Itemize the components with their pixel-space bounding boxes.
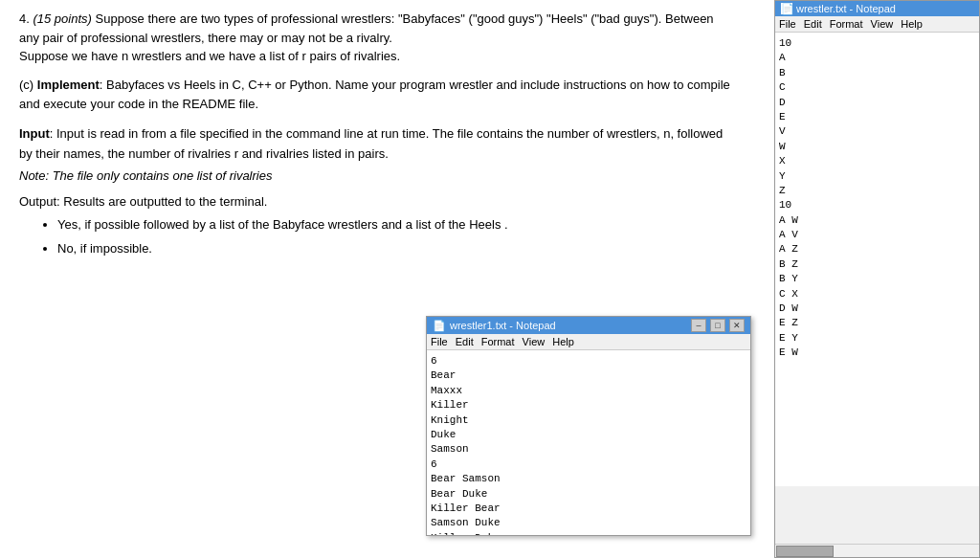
maximize-button[interactable]: □ [710, 319, 725, 332]
input-section: Input: Input is read in from a file spec… [19, 124, 737, 165]
notepad-main-content[interactable]: 10 A B C D E V W X Y Z 10 A W A V A Z B … [775, 33, 979, 486]
notepad-float-content[interactable]: 6 Bear Maxxx Killer Knight Duke Samson 6… [427, 350, 750, 535]
notepad-main-menu-edit[interactable]: Edit [804, 18, 822, 30]
bullet-list: Yes, if possible followed by a list of t… [57, 215, 737, 259]
notepad-main-window: 📄 wrestler.txt - Notepad File Edit Forma… [774, 0, 980, 558]
notepad-float-titlebar: 📄 wrestler1.txt - Notepad – □ ✕ [427, 317, 750, 334]
main-content: 4. (15 points) Suppose there are two typ… [0, 0, 756, 273]
notepad-main-titlebar: 📄 wrestler.txt - Notepad [775, 1, 979, 16]
question-header: 4. (15 points) Suppose there are two typ… [19, 10, 737, 66]
window-controls[interactable]: – □ ✕ [691, 319, 745, 332]
question-number: 4. [19, 11, 30, 26]
notepad-float-menubar[interactable]: File Edit Format View Help [427, 334, 750, 350]
question-text-part1: Suppose there are two types of professio… [96, 11, 544, 26]
notepad-float-menu-edit[interactable]: Edit [456, 336, 474, 347]
notepad-main-menu-format[interactable]: Format [830, 18, 863, 30]
output-text: Results are outputted to the terminal. [60, 194, 268, 209]
input-text: : Input is read in from a file specified… [19, 126, 723, 161]
notepad-float-menu-format[interactable]: Format [481, 336, 515, 347]
notepad-main-menubar[interactable]: File Edit Format View Help [775, 16, 979, 33]
output-label: Output: [19, 194, 60, 209]
input-label: Input [19, 126, 50, 141]
notepad-main-menu-view[interactable]: View [871, 18, 894, 30]
bullet-item-2: No, if impossible. [57, 239, 737, 259]
notepad-float-menu-help[interactable]: Help [552, 336, 574, 347]
notepad-main-menu-help[interactable]: Help [901, 18, 923, 30]
notepad-main-scrollbar[interactable] [775, 544, 979, 557]
minimize-button[interactable]: – [691, 319, 706, 332]
notepad-main-menu-file[interactable]: File [779, 18, 796, 30]
scrollbar-thumb[interactable] [776, 546, 834, 557]
notepad-main-title: wrestler.txt - Notepad [796, 3, 896, 14]
notepad-float-menu-view[interactable]: View [523, 336, 546, 347]
sub-section-c: (c) Implement: Babyfaces vs Heels in C, … [19, 76, 737, 116]
close-button[interactable]: ✕ [729, 319, 745, 332]
sub-section-text: : Babyfaces vs Heels in C, C++ or Python… [19, 78, 730, 112]
notepad-float-title-left: 📄 wrestler1.txt - Notepad [433, 320, 556, 332]
question-points: (15 points) [33, 11, 91, 26]
sub-section-label: (c) [19, 78, 33, 92]
notepad-float-menu-file[interactable]: File [431, 336, 448, 347]
note-italic: Note: The file only contains one list of… [19, 168, 737, 183]
notepad-float-icon: 📄 [433, 320, 446, 332]
notepad-float-window: 📄 wrestler1.txt - Notepad – □ ✕ File Edi… [426, 316, 751, 536]
output-section: Output: Results are outputted to the ter… [19, 192, 737, 259]
bullet-item-1: Yes, if possible followed by a list of t… [57, 215, 737, 235]
notepad-float-title: wrestler1.txt - Notepad [450, 320, 556, 331]
implement-label: Implement [37, 78, 100, 92]
question-text-part3: Suppose we have n wrestlers and we have … [19, 49, 400, 63]
notepad-main-icon: 📄 [781, 3, 792, 14]
